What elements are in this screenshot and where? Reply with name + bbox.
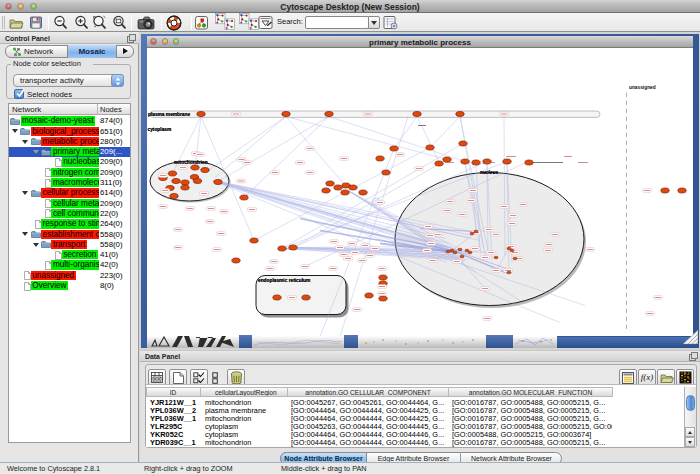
svg-text:cytoplasm: cytoplasm — [148, 126, 172, 131]
svg-text:plasma membrane: plasma membrane — [148, 112, 190, 117]
svg-text:unassigned: unassigned — [629, 84, 656, 89]
svg-text:mitochondrion: mitochondrion — [174, 160, 208, 165]
svg-text:endoplasmic reticulum: endoplasmic reticulum — [258, 278, 310, 283]
svg-text:nucleus: nucleus — [480, 170, 498, 175]
